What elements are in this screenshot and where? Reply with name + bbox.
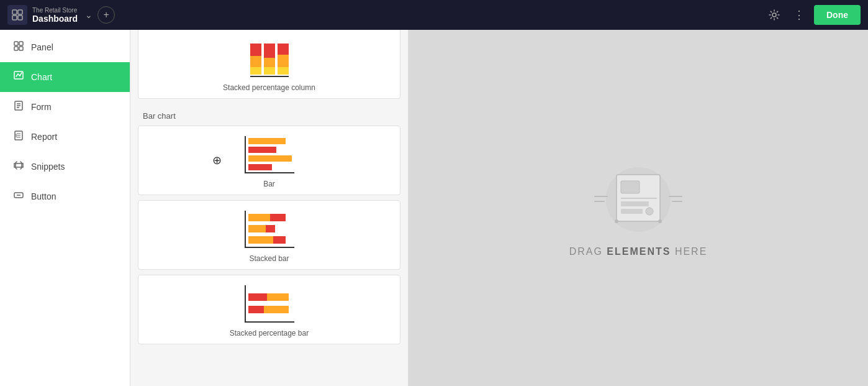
drop-zone: DRAG ELEMENTS HERE bbox=[409, 30, 868, 386]
chart-card-stacked-pct-col[interactable]: Stacked percentage column bbox=[138, 30, 400, 99]
chart-icon bbox=[12, 71, 25, 83]
sidebar-item-form[interactable]: Form bbox=[0, 92, 130, 122]
svg-point-28 bbox=[646, 208, 653, 215]
svg-rect-0 bbox=[12, 10, 17, 14]
svg-rect-1 bbox=[18, 10, 22, 14]
sidebar-item-panel[interactable]: Panel bbox=[0, 32, 130, 62]
svg-point-4 bbox=[772, 13, 776, 17]
sidebar-item-chart[interactable]: Chart bbox=[0, 62, 130, 92]
sidebar-label-snippets: Snippets bbox=[31, 162, 65, 172]
drag-prefix: DRAG bbox=[569, 246, 607, 257]
chart-label-stacked-bar: Stacked bar bbox=[249, 254, 289, 263]
button-icon bbox=[12, 190, 25, 203]
svg-rect-19 bbox=[16, 163, 22, 167]
chart-card-stacked-bar[interactable]: Stacked bar bbox=[138, 200, 400, 270]
svg-rect-3 bbox=[18, 16, 22, 20]
sidebar-item-snippets[interactable]: Snippets bbox=[0, 152, 130, 182]
app-main-title: Dashboard bbox=[32, 14, 78, 24]
svg-rect-24 bbox=[621, 181, 640, 193]
chart-card-stacked-pct-bar[interactable]: Stacked percentage bar bbox=[138, 275, 400, 344]
sidebar-item-report[interactable]: Report bbox=[0, 122, 130, 152]
settings-icon[interactable] bbox=[764, 5, 784, 25]
section-label-bar: Bar chart bbox=[130, 104, 408, 126]
svg-rect-5 bbox=[14, 42, 18, 45]
sidebar-label-button: Button bbox=[31, 191, 56, 201]
stacked-pct-bar-preview bbox=[245, 285, 294, 323]
svg-rect-7 bbox=[14, 47, 18, 50]
sidebar-label-chart: Chart bbox=[31, 72, 52, 82]
svg-rect-8 bbox=[19, 47, 23, 50]
svg-point-34 bbox=[658, 219, 662, 223]
sidebar-label-panel: Panel bbox=[31, 42, 53, 52]
report-icon bbox=[12, 131, 25, 143]
svg-point-33 bbox=[615, 219, 618, 223]
sidebar: Panel Chart Form bbox=[0, 30, 130, 386]
drag-suffix: HERE bbox=[671, 246, 707, 257]
app-logo bbox=[7, 5, 27, 25]
stacked-bar-preview bbox=[245, 211, 294, 248]
svg-rect-27 bbox=[621, 209, 643, 214]
chart-label-stacked-pct-col: Stacked percentage column bbox=[223, 83, 315, 92]
done-button[interactable]: Done bbox=[814, 5, 861, 25]
chevron-down-icon[interactable]: ⌄ bbox=[85, 10, 93, 20]
form-icon bbox=[12, 101, 25, 113]
main-layout: Panel Chart Form bbox=[0, 30, 868, 386]
svg-rect-26 bbox=[621, 201, 649, 206]
app-title-group: The Retail Store Dashboard bbox=[32, 7, 78, 24]
snippets-icon bbox=[12, 160, 25, 173]
svg-rect-6 bbox=[19, 42, 23, 45]
move-cursor-icon: ⊕ bbox=[212, 154, 222, 167]
bar-preview bbox=[245, 136, 294, 173]
sidebar-label-report: Report bbox=[31, 132, 57, 142]
sidebar-label-form: Form bbox=[31, 102, 52, 112]
drag-illustration bbox=[576, 159, 700, 234]
chart-panel: Stacked percentage column Bar chart ⊕ bbox=[130, 30, 409, 386]
chart-card-bar[interactable]: ⊕ Bar bbox=[138, 126, 400, 195]
more-options-icon[interactable]: ⋮ bbox=[789, 5, 809, 25]
drag-bold: ELEMENTS bbox=[607, 246, 671, 257]
stacked-pct-col-preview bbox=[250, 40, 289, 77]
app-subtitle: The Retail Store bbox=[32, 7, 78, 14]
add-button[interactable]: + bbox=[97, 6, 115, 24]
svg-rect-2 bbox=[12, 16, 17, 20]
chart-label-bar: Bar bbox=[263, 180, 275, 188]
panel-icon bbox=[12, 41, 25, 53]
drag-elements-text: DRAG ELEMENTS HERE bbox=[569, 246, 708, 257]
topbar: The Retail Store Dashboard ⌄ + ⋮ Done bbox=[0, 0, 868, 30]
sidebar-item-button[interactable]: Button bbox=[0, 182, 130, 211]
chart-label-stacked-pct-bar: Stacked percentage bar bbox=[230, 329, 309, 338]
